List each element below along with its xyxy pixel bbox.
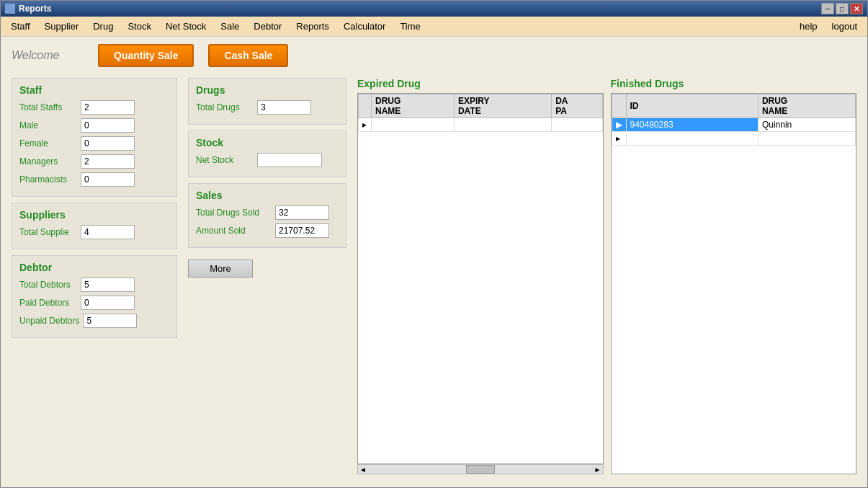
drug-name-cell: Quinnin [758, 118, 855, 132]
welcome-row: Welcome Quantity Sale Cash Sale [12, 44, 856, 67]
net-stock-label: Net Stock [196, 155, 254, 165]
col-da-pa: DAPA [552, 94, 602, 118]
main-content: Welcome Quantity Sale Cash Sale Staff To… [1, 37, 867, 487]
debtor-section-title: Debtor [19, 262, 169, 273]
middle-panel: Drugs Total Drugs Stock Net Stock [188, 78, 346, 474]
finished-drugs-section: Finished Drugs ID DRUGNAME [611, 78, 857, 474]
row-marker: ▶ [612, 118, 626, 132]
total-drugs-row: Total Drugs [196, 100, 339, 115]
menu-stock[interactable]: Stock [120, 18, 158, 35]
title-bar-controls: ─ □ ✕ [821, 3, 863, 14]
total-drugs-label: Total Drugs [196, 102, 254, 112]
col-expiry-date: EXPIRYDATE [454, 94, 551, 118]
col-marker [612, 94, 626, 118]
more-button[interactable]: More [188, 259, 253, 278]
title-bar: Reports ─ □ ✕ [1, 1, 867, 17]
total-suppliers-input[interactable] [81, 225, 135, 239]
total-drugs-sold-input[interactable] [275, 205, 329, 220]
total-suppliers-label: Total Supplie [19, 227, 77, 237]
maximize-button[interactable]: □ [836, 3, 849, 14]
paid-debtors-row: Paid Debtors [19, 296, 169, 310]
stock-section-title: Stock [196, 137, 339, 148]
male-row: Male [19, 118, 169, 133]
male-label: Male [19, 120, 77, 130]
content-row: Staff Total Staffs Male Female Manag [12, 78, 856, 474]
sales-section-title: Sales [196, 190, 339, 201]
expired-drug-scrollbar[interactable]: ◄ ► [357, 464, 604, 474]
suppliers-section-title: Suppliers [19, 209, 169, 221]
managers-label: Managers [19, 156, 77, 167]
female-input[interactable] [81, 136, 135, 151]
menu-debtor[interactable]: Debtor [246, 18, 289, 35]
male-input[interactable] [81, 118, 135, 133]
pharmacists-input[interactable] [81, 172, 135, 187]
table-row[interactable]: ▸ [359, 118, 603, 132]
sales-section: Sales Total Drugs Sold Amount Sold [188, 183, 346, 248]
col-drug-name: DRUGNAME [372, 94, 455, 118]
debtor-section: Debtor Total Debtors Paid Debtors Unpaid… [12, 255, 177, 338]
col-id: ID [626, 94, 758, 118]
scrollbar-thumb[interactable] [466, 465, 495, 474]
total-debtors-input[interactable] [81, 278, 135, 292]
unpaid-debtors-input[interactable] [83, 314, 137, 328]
table-row[interactable]: ▸ [612, 132, 856, 146]
total-staffs-input[interactable] [81, 100, 135, 115]
total-debtors-label: Total Debtors [19, 280, 77, 290]
managers-input[interactable] [81, 154, 135, 169]
net-stock-row: Net Stock [196, 153, 339, 167]
stock-section: Stock Net Stock [188, 130, 346, 177]
col-marker [359, 94, 372, 118]
drugs-section-title: Drugs [196, 84, 339, 96]
menu-staff[interactable]: Staff [4, 18, 37, 35]
total-staffs-label: Total Staffs [19, 102, 77, 112]
total-drugs-sold-label: Total Drugs Sold [196, 208, 272, 218]
cash-sale-button[interactable]: Cash Sale [208, 44, 288, 67]
menu-supplier[interactable]: Supplier [37, 18, 86, 35]
finished-drugs-title: Finished Drugs [611, 78, 857, 89]
total-suppliers-row: Total Supplie [19, 225, 169, 239]
table-row[interactable]: ▶ 940480283 Quinnin [612, 118, 856, 132]
id-cell [626, 132, 758, 146]
total-debtors-row: Total Debtors [19, 278, 169, 292]
expired-drug-section: Expired Drug DRUGNAME EXPIRYDATE DAPA [357, 78, 604, 474]
total-drugs-input[interactable] [257, 100, 311, 115]
staff-section: Staff Total Staffs Male Female Manag [12, 78, 177, 197]
pharmacists-label: Pharmacists [19, 174, 77, 185]
drugs-section: Drugs Total Drugs [188, 78, 346, 125]
window-title: Reports [19, 4, 51, 14]
da-pa-cell [552, 118, 602, 132]
amount-sold-input[interactable] [275, 223, 329, 238]
amount-sold-label: Amount Sold [196, 226, 272, 236]
menu-net-stock[interactable]: Net Stock [158, 18, 213, 35]
welcome-text: Welcome [12, 49, 84, 62]
net-stock-input[interactable] [257, 153, 322, 167]
menu-reports[interactable]: Reports [289, 18, 336, 35]
finished-drugs-table[interactable]: ID DRUGNAME ▶ 940480283 Quinnin [611, 93, 857, 474]
amount-sold-row: Amount Sold [196, 223, 339, 238]
minimize-button[interactable]: ─ [821, 3, 834, 14]
left-panel: Staff Total Staffs Male Female Manag [12, 78, 177, 474]
menu-help[interactable]: help [792, 18, 825, 35]
total-drugs-sold-row: Total Drugs Sold [196, 205, 339, 220]
paid-debtors-input[interactable] [81, 296, 135, 310]
menu-bar: Staff Supplier Drug Stock Net Stock Sale… [1, 17, 867, 37]
menu-calculator[interactable]: Calculator [336, 18, 393, 35]
quantity-sale-button[interactable]: Quantity Sale [98, 44, 194, 67]
menu-sale[interactable]: Sale [213, 18, 246, 35]
staff-section-title: Staff [19, 84, 169, 96]
menu-logout[interactable]: logout [825, 18, 864, 35]
menu-time[interactable]: Time [393, 18, 427, 35]
managers-row: Managers [19, 154, 169, 169]
close-button[interactable]: ✕ [850, 3, 863, 14]
total-staffs-row: Total Staffs [19, 100, 169, 115]
expired-drug-table[interactable]: DRUGNAME EXPIRYDATE DAPA ▸ [357, 93, 604, 464]
menu-drug[interactable]: Drug [86, 18, 120, 35]
suppliers-section: Suppliers Total Supplie [12, 203, 177, 249]
drug-name-cell [758, 132, 855, 146]
female-label: Female [19, 138, 77, 148]
expired-drug-title: Expired Drug [357, 78, 604, 89]
col-drug-name: DRUGNAME [758, 94, 855, 118]
row-marker: ▸ [359, 118, 372, 132]
right-tables: Expired Drug DRUGNAME EXPIRYDATE DAPA [357, 78, 856, 474]
drug-name-cell [372, 118, 455, 132]
